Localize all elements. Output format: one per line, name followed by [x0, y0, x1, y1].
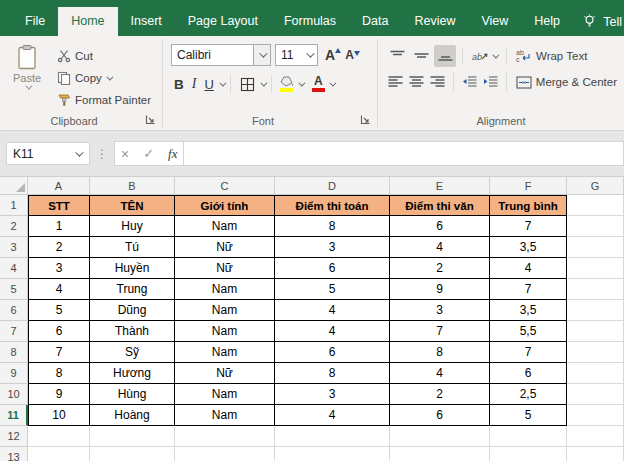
column-header-G[interactable]: G — [567, 177, 624, 195]
borders-dropdown-icon[interactable] — [260, 79, 267, 86]
name-box[interactable]: K11 — [6, 142, 90, 165]
enter-icon[interactable]: ✓ — [143, 146, 154, 161]
cell-E12[interactable] — [390, 426, 490, 447]
cell-A4[interactable]: 3 — [28, 258, 90, 279]
row-header-13[interactable]: 13 — [0, 447, 28, 461]
font-color-dropdown-icon[interactable] — [329, 79, 336, 86]
cancel-icon[interactable]: × — [121, 146, 129, 162]
cell-A2[interactable]: 1 — [28, 216, 90, 237]
tab-help[interactable]: Help — [521, 7, 573, 36]
cell-F10[interactable]: 2,5 — [490, 384, 567, 405]
cell-F9[interactable]: 6 — [490, 363, 567, 384]
cell-D4[interactable]: 6 — [275, 258, 390, 279]
row-header-9[interactable]: 9 — [0, 363, 28, 384]
increase-font-size-button[interactable]: A — [322, 44, 338, 66]
paste-button[interactable]: Paste — [4, 40, 50, 112]
clipboard-dialog-launcher-icon[interactable] — [145, 114, 157, 126]
cell-D13[interactable] — [275, 447, 390, 461]
tab-file[interactable]: File — [12, 7, 58, 36]
merge-center-button[interactable]: Merge & Center — [513, 71, 620, 93]
cell-E9[interactable]: 4 — [390, 363, 490, 384]
cell-B1[interactable]: TÊN — [90, 195, 175, 216]
decrease-font-size-button[interactable]: A — [342, 44, 357, 66]
fill-color-dropdown-icon[interactable] — [298, 79, 305, 86]
insert-function-icon[interactable]: fx — [168, 146, 177, 162]
row-header-8[interactable]: 8 — [0, 342, 28, 363]
cell-A3[interactable]: 2 — [28, 237, 90, 258]
column-header-F[interactable]: F — [490, 177, 567, 195]
cell-B12[interactable] — [90, 426, 175, 447]
cell-F5[interactable]: 7 — [490, 279, 567, 300]
underline-button[interactable]: U — [201, 73, 216, 95]
cell-B11[interactable]: Hoàng — [90, 405, 175, 426]
cell-D3[interactable]: 3 — [275, 237, 390, 258]
font-color-button[interactable]: A — [310, 73, 327, 95]
row-header-11[interactable]: 11 — [0, 405, 28, 426]
align-right-button[interactable] — [428, 71, 447, 93]
cell-A1[interactable]: STT — [28, 195, 90, 216]
cell-C7[interactable]: Nam — [175, 321, 275, 342]
tab-home[interactable]: Home — [58, 7, 117, 36]
cell-G12[interactable] — [567, 426, 624, 447]
italic-button[interactable]: I — [189, 73, 200, 95]
formula-input[interactable] — [184, 141, 624, 166]
cell-G9[interactable] — [567, 363, 624, 384]
cell-F8[interactable]: 7 — [490, 342, 567, 363]
bold-button[interactable]: B — [171, 73, 187, 95]
cell-G4[interactable] — [567, 258, 624, 279]
row-header-1[interactable]: 1 — [0, 195, 28, 216]
cell-F6[interactable]: 3,5 — [490, 300, 567, 321]
row-header-10[interactable]: 10 — [0, 384, 28, 405]
cell-E7[interactable]: 7 — [390, 321, 490, 342]
increase-indent-button[interactable] — [481, 71, 500, 93]
cell-A8[interactable]: 7 — [28, 342, 90, 363]
cell-F1[interactable]: Trung bình — [490, 195, 567, 216]
cell-C11[interactable]: Nam — [175, 405, 275, 426]
column-header-A[interactable]: A — [28, 177, 90, 195]
wrap-text-button[interactable]: ab c Wrap Text — [513, 45, 590, 67]
cell-A5[interactable]: 4 — [28, 279, 90, 300]
cell-G6[interactable] — [567, 300, 624, 321]
cell-D5[interactable]: 5 — [275, 279, 390, 300]
cell-G1[interactable] — [567, 195, 624, 216]
cell-G10[interactable] — [567, 384, 624, 405]
borders-button[interactable] — [237, 73, 258, 95]
cell-D10[interactable]: 3 — [275, 384, 390, 405]
cell-D7[interactable]: 4 — [275, 321, 390, 342]
row-header-2[interactable]: 2 — [0, 216, 28, 237]
cell-E11[interactable]: 6 — [390, 405, 490, 426]
cell-B4[interactable]: Huyền — [90, 258, 175, 279]
tab-review[interactable]: Review — [401, 7, 468, 36]
orientation-button[interactable]: ab — [469, 45, 500, 67]
fill-color-button[interactable] — [278, 73, 296, 95]
column-header-E[interactable]: E — [390, 177, 490, 195]
cell-E3[interactable]: 4 — [390, 237, 490, 258]
top-align-button[interactable] — [386, 45, 408, 67]
cell-A11[interactable]: 10 — [28, 405, 90, 426]
cell-E5[interactable]: 9 — [390, 279, 490, 300]
cell-C4[interactable]: Nữ — [175, 258, 275, 279]
font-name-dropdown-icon[interactable] — [253, 45, 270, 65]
cell-D6[interactable]: 4 — [275, 300, 390, 321]
cell-A10[interactable]: 9 — [28, 384, 90, 405]
tell-me[interactable]: Tell — [582, 7, 624, 36]
underline-dropdown-icon[interactable] — [219, 79, 226, 86]
cell-G3[interactable] — [567, 237, 624, 258]
cell-D9[interactable]: 8 — [275, 363, 390, 384]
tab-formulas[interactable]: Formulas — [271, 7, 349, 36]
cell-E6[interactable]: 3 — [390, 300, 490, 321]
cell-E10[interactable]: 2 — [390, 384, 490, 405]
cell-A6[interactable]: 5 — [28, 300, 90, 321]
cell-B7[interactable]: Thành — [90, 321, 175, 342]
decrease-indent-button[interactable] — [460, 71, 479, 93]
cell-B5[interactable]: Trung — [90, 279, 175, 300]
row-header-3[interactable]: 3 — [0, 237, 28, 258]
cell-D11[interactable]: 4 — [275, 405, 390, 426]
column-header-C[interactable]: C — [175, 177, 275, 195]
cell-C10[interactable]: Nam — [175, 384, 275, 405]
row-header-4[interactable]: 4 — [0, 258, 28, 279]
cell-C6[interactable]: Nam — [175, 300, 275, 321]
cell-D2[interactable]: 8 — [275, 216, 390, 237]
name-box-dropdown-icon[interactable] — [75, 148, 83, 156]
cell-A13[interactable] — [28, 447, 90, 461]
